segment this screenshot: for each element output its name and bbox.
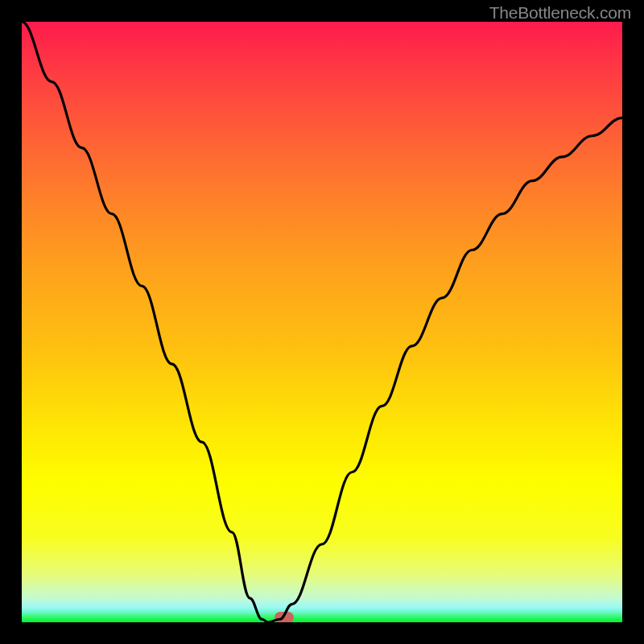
minimum-marker	[275, 612, 294, 623]
watermark-text: TheBottleneck.com	[489, 3, 631, 23]
chart-background	[22, 22, 622, 622]
